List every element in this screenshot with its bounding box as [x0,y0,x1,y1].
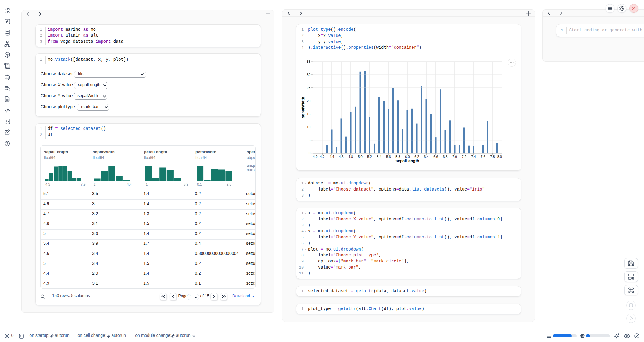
svg-text:30: 30 [306,73,310,77]
svg-text:sepalLength: sepalLength [395,159,419,163]
svg-text:sepalWidth: sepalWidth [300,97,305,118]
svg-text:4.0: 4.0 [313,155,317,159]
svg-text:35: 35 [306,60,310,63]
svg-text:5.6: 5.6 [386,155,391,159]
svg-text:6.2: 6.2 [414,155,419,159]
svg-text:6.6: 6.6 [433,155,438,159]
svg-text:4.8: 4.8 [348,155,353,159]
svg-text:25: 25 [306,86,310,90]
svg-text:8.0: 8.0 [497,155,502,159]
svg-text:6.8: 6.8 [443,155,447,159]
svg-text:5: 5 [308,138,310,142]
svg-text:7.2: 7.2 [462,155,466,159]
svg-text:5.4: 5.4 [377,155,381,159]
svg-text:7.4: 7.4 [471,155,476,159]
svg-text:4.2: 4.2 [320,155,324,159]
svg-text:7.8: 7.8 [490,155,495,159]
svg-text:7.6: 7.6 [481,155,485,159]
svg-text:6.0: 6.0 [405,155,410,159]
svg-text:5.2: 5.2 [367,155,372,159]
svg-text:5.8: 5.8 [395,155,400,159]
svg-text:4.6: 4.6 [339,155,343,159]
svg-text:5.0: 5.0 [358,155,362,159]
svg-text:15: 15 [306,112,310,116]
svg-text:10: 10 [306,125,310,129]
svg-text:20: 20 [306,99,310,103]
svg-text:6.4: 6.4 [424,155,428,159]
svg-text:7.0: 7.0 [452,155,457,159]
svg-text:4.4: 4.4 [329,155,334,159]
svg-text:0: 0 [308,151,310,155]
